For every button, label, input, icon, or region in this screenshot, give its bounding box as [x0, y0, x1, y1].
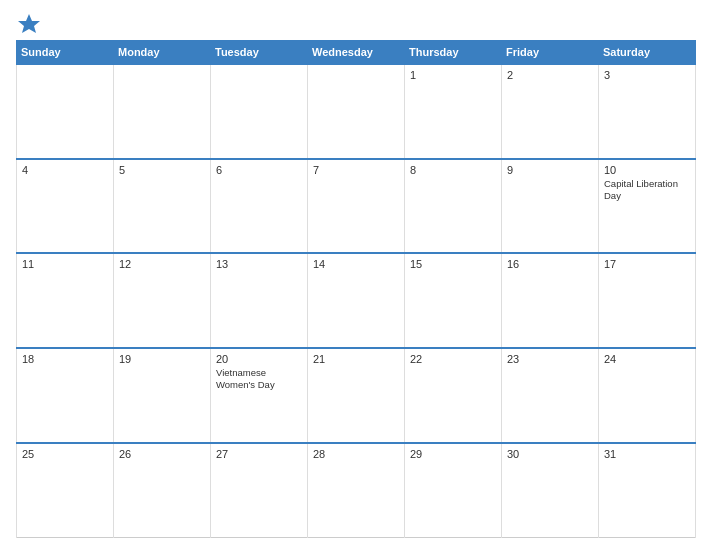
calendar-cell: 12: [114, 253, 211, 348]
calendar-cell: [308, 64, 405, 159]
calendar-cell: 14: [308, 253, 405, 348]
day-number: 27: [216, 448, 302, 460]
calendar-cell: [114, 64, 211, 159]
calendar-cell: 10Capital Liberation Day: [599, 159, 696, 254]
weekday-header-saturday: Saturday: [599, 41, 696, 65]
calendar-week-row: 11121314151617: [17, 253, 696, 348]
calendar-cell: 18: [17, 348, 114, 443]
weekday-header-wednesday: Wednesday: [308, 41, 405, 65]
logo: [16, 12, 40, 34]
day-number: 10: [604, 164, 690, 176]
calendar-week-row: 25262728293031: [17, 443, 696, 538]
calendar-cell: 4: [17, 159, 114, 254]
calendar-cell: [17, 64, 114, 159]
calendar-cell: 31: [599, 443, 696, 538]
weekday-header-row: SundayMondayTuesdayWednesdayThursdayFrid…: [17, 41, 696, 65]
day-number: 17: [604, 258, 690, 270]
day-number: 15: [410, 258, 496, 270]
day-number: 11: [22, 258, 108, 270]
day-number: 22: [410, 353, 496, 365]
calendar-cell: 1: [405, 64, 502, 159]
day-number: 12: [119, 258, 205, 270]
day-number: 28: [313, 448, 399, 460]
day-number: 20: [216, 353, 302, 365]
calendar-cell: 19: [114, 348, 211, 443]
calendar-cell: [211, 64, 308, 159]
calendar-week-row: 45678910Capital Liberation Day: [17, 159, 696, 254]
calendar-cell: 22: [405, 348, 502, 443]
calendar-table: SundayMondayTuesdayWednesdayThursdayFrid…: [16, 40, 696, 538]
day-number: 4: [22, 164, 108, 176]
calendar-cell: 30: [502, 443, 599, 538]
day-number: 1: [410, 69, 496, 81]
calendar-cell: 13: [211, 253, 308, 348]
calendar-week-row: 123: [17, 64, 696, 159]
calendar-cell: 3: [599, 64, 696, 159]
day-number: 29: [410, 448, 496, 460]
header: [16, 12, 696, 34]
day-number: 3: [604, 69, 690, 81]
day-number: 8: [410, 164, 496, 176]
day-number: 5: [119, 164, 205, 176]
calendar-cell: 15: [405, 253, 502, 348]
weekday-header-friday: Friday: [502, 41, 599, 65]
calendar-cell: 27: [211, 443, 308, 538]
day-number: 9: [507, 164, 593, 176]
weekday-header-tuesday: Tuesday: [211, 41, 308, 65]
day-number: 7: [313, 164, 399, 176]
weekday-header-monday: Monday: [114, 41, 211, 65]
calendar-cell: 26: [114, 443, 211, 538]
calendar-cell: 6: [211, 159, 308, 254]
weekday-header-thursday: Thursday: [405, 41, 502, 65]
day-number: 26: [119, 448, 205, 460]
day-number: 31: [604, 448, 690, 460]
calendar-cell: 17: [599, 253, 696, 348]
day-number: 21: [313, 353, 399, 365]
day-number: 30: [507, 448, 593, 460]
calendar-cell: 28: [308, 443, 405, 538]
calendar-page: SundayMondayTuesdayWednesdayThursdayFrid…: [0, 0, 712, 550]
day-number: 25: [22, 448, 108, 460]
day-number: 24: [604, 353, 690, 365]
svg-marker-0: [18, 14, 40, 33]
calendar-week-row: 181920Vietnamese Women's Day21222324: [17, 348, 696, 443]
calendar-cell: 23: [502, 348, 599, 443]
holiday-label: Capital Liberation Day: [604, 178, 690, 203]
day-number: 19: [119, 353, 205, 365]
calendar-cell: 29: [405, 443, 502, 538]
calendar-cell: 5: [114, 159, 211, 254]
calendar-cell: 21: [308, 348, 405, 443]
calendar-cell: 8: [405, 159, 502, 254]
calendar-cell: 25: [17, 443, 114, 538]
calendar-body: 12345678910Capital Liberation Day1112131…: [17, 64, 696, 538]
holiday-label: Vietnamese Women's Day: [216, 367, 302, 392]
day-number: 18: [22, 353, 108, 365]
calendar-cell: 7: [308, 159, 405, 254]
calendar-cell: 11: [17, 253, 114, 348]
calendar-cell: 20Vietnamese Women's Day: [211, 348, 308, 443]
calendar-cell: 16: [502, 253, 599, 348]
calendar-cell: 24: [599, 348, 696, 443]
calendar-cell: 2: [502, 64, 599, 159]
day-number: 14: [313, 258, 399, 270]
weekday-header-sunday: Sunday: [17, 41, 114, 65]
day-number: 6: [216, 164, 302, 176]
day-number: 16: [507, 258, 593, 270]
day-number: 23: [507, 353, 593, 365]
day-number: 13: [216, 258, 302, 270]
calendar-cell: 9: [502, 159, 599, 254]
day-number: 2: [507, 69, 593, 81]
logo-flag-icon: [18, 12, 40, 34]
